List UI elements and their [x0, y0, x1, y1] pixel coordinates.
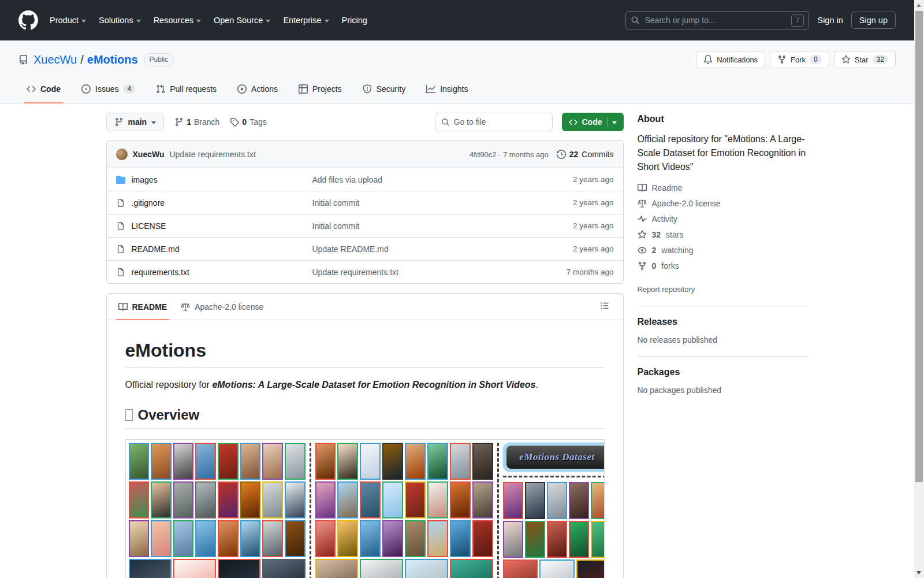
- readme-panel: README Apache-2.0 license eMotions Offic…: [106, 293, 624, 578]
- nav-product[interactable]: Product: [50, 16, 86, 25]
- tab-projects[interactable]: Projects: [290, 81, 350, 103]
- releases-heading: Releases: [638, 317, 808, 327]
- file-age: 7 months ago: [521, 268, 614, 276]
- video-thumbnail: [262, 520, 283, 557]
- tab-license[interactable]: Apache-2.0 license: [174, 294, 270, 320]
- breadcrumb-owner[interactable]: XuecWu: [33, 53, 77, 66]
- video-thumbnail: [472, 443, 493, 480]
- site-header: Product Solutions Resources Open Source …: [0, 0, 914, 40]
- video-thumbnail: [360, 443, 381, 480]
- sidebar-watching-link[interactable]: 2watching: [638, 246, 808, 255]
- scroll-down-arrow[interactable]: [916, 571, 921, 575]
- video-thumbnail: [539, 560, 575, 578]
- branch-selector[interactable]: main: [106, 113, 165, 131]
- nav-resources[interactable]: Resources: [154, 16, 201, 25]
- github-logo-icon[interactable]: [18, 10, 38, 30]
- commit-message-link[interactable]: Update requirements.txt: [169, 150, 255, 159]
- video-thumbnail: [315, 520, 336, 557]
- file-link[interactable]: requirements.txt: [116, 268, 312, 277]
- go-to-file-input[interactable]: [454, 117, 546, 127]
- primary-nav: Product Solutions Resources Open Source …: [50, 16, 367, 25]
- branch-icon: [174, 117, 184, 127]
- video-thumbnail: [195, 520, 216, 557]
- tab-insights[interactable]: Insights: [418, 81, 476, 103]
- video-thumbnail: [360, 520, 381, 557]
- branch-icon: [114, 117, 124, 127]
- code-dropdown-button[interactable]: Code: [562, 113, 624, 131]
- missing-emoji-glyph: [125, 409, 133, 421]
- sidebar-forks-link[interactable]: 0forks: [638, 261, 808, 271]
- code-icon: [569, 118, 578, 127]
- video-thumbnail: [218, 520, 239, 557]
- dashed-divider: [310, 443, 311, 578]
- commit-message-link[interactable]: Add files via upload: [312, 175, 521, 184]
- star-button[interactable]: Star 32: [834, 51, 896, 68]
- file-age: 2 years ago: [521, 175, 614, 184]
- nav-enterprise[interactable]: Enterprise: [283, 16, 329, 25]
- sidebar-activity-link[interactable]: Activity: [638, 214, 808, 224]
- sidebar-stars-link[interactable]: 32stars: [638, 230, 808, 239]
- search-input[interactable]: [644, 16, 787, 25]
- commit-message-link[interactable]: Initial commit: [312, 221, 521, 231]
- search-icon: [631, 16, 640, 25]
- tab-security[interactable]: Security: [355, 81, 414, 103]
- file-link[interactable]: .gitignore: [116, 198, 312, 208]
- file-browser: XuecWu Update requirements.txt 4fd90c2 ·…: [106, 140, 624, 284]
- sidebar-license-link[interactable]: Apache-2.0 license: [638, 199, 808, 208]
- tab-code[interactable]: Code: [18, 81, 69, 103]
- star-icon: [638, 230, 647, 239]
- fork-count: 0: [810, 55, 822, 64]
- notifications-button[interactable]: Notifications: [696, 51, 765, 68]
- go-to-file-search[interactable]: [435, 113, 553, 131]
- global-search[interactable]: /: [625, 11, 809, 29]
- nav-solutions[interactable]: Solutions: [99, 16, 141, 25]
- sign-in-link[interactable]: Sign in: [817, 16, 843, 25]
- video-thumbnail: [173, 481, 194, 518]
- branches-link[interactable]: 1Branch: [174, 117, 219, 127]
- video-thumbnail: [262, 443, 283, 480]
- vertical-scrollbar[interactable]: [914, 0, 924, 578]
- video-thumbnail: [360, 559, 403, 578]
- file-link[interactable]: images: [116, 175, 312, 184]
- tab-pull-requests[interactable]: Pull requests: [148, 81, 225, 103]
- scroll-up-arrow[interactable]: [916, 3, 921, 7]
- file-age: 2 years ago: [521, 221, 614, 230]
- avatar[interactable]: [116, 149, 128, 160]
- issue-opened-icon: [81, 84, 91, 94]
- code-icon: [27, 84, 36, 94]
- video-thumbnail: [151, 520, 172, 557]
- table-icon: [299, 84, 308, 94]
- list-unordered-icon: [600, 301, 609, 310]
- file-link[interactable]: LICENSE: [116, 221, 312, 231]
- sidebar-readme-link[interactable]: Readme: [638, 183, 808, 192]
- report-repository-link[interactable]: Report repository: [638, 285, 695, 294]
- file-age: 2 years ago: [521, 244, 614, 253]
- law-icon: [638, 199, 647, 208]
- file-link[interactable]: README.md: [116, 244, 312, 254]
- graph-icon: [426, 84, 435, 94]
- packages-empty-text: No packages published: [638, 386, 808, 395]
- star-count: 32: [873, 55, 888, 64]
- outline-button[interactable]: [597, 298, 613, 316]
- video-thumbnail: [382, 481, 403, 518]
- commit-message-link[interactable]: Update README.md: [312, 244, 521, 254]
- video-thumbnail: [569, 482, 589, 519]
- video-thumbnail: [240, 443, 261, 480]
- tags-link[interactable]: 0Tags: [230, 117, 266, 127]
- tab-issues[interactable]: Issues 4: [73, 81, 143, 103]
- sign-up-button[interactable]: Sign up: [851, 12, 896, 29]
- nav-pricing[interactable]: Pricing: [342, 16, 367, 25]
- fork-button[interactable]: Fork 0: [770, 51, 829, 68]
- scrollbar-thumb[interactable]: [915, 11, 923, 482]
- dataset-collage-image: eMotions Dataset: [125, 439, 605, 578]
- commit-message-link[interactable]: Update requirements.txt: [312, 268, 521, 277]
- breadcrumb-repo-name[interactable]: eMotions: [87, 53, 138, 66]
- commit-history-link[interactable]: 22Commits: [557, 150, 614, 159]
- nav-open-source[interactable]: Open Source: [214, 16, 270, 25]
- tab-readme[interactable]: README: [111, 294, 174, 320]
- commit-sha-time[interactable]: 4fd90c2 · 7 months ago: [470, 150, 549, 159]
- tab-actions[interactable]: Actions: [229, 81, 286, 103]
- history-icon: [557, 150, 566, 159]
- commit-author-link[interactable]: XuecWu: [133, 150, 165, 159]
- commit-message-link[interactable]: Initial commit: [312, 198, 521, 208]
